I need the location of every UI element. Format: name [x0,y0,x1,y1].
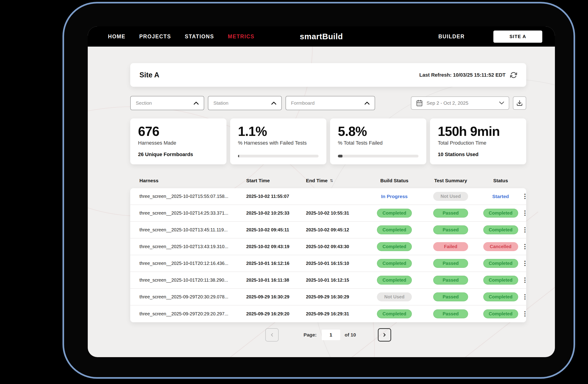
stat-subtext: 26 Unique Formboards [138,151,219,158]
row-menu-icon[interactable]: ⋮ [522,210,526,216]
test-summary-badge: Passed [433,209,468,218]
refresh-icon [510,72,517,79]
row-menu-icon[interactable]: ⋮ [522,294,526,300]
end-time: 2025-10-02 09:43:30 [306,244,367,249]
test-summary-badge: Passed [433,292,468,301]
build-status-badge: Completed [377,259,412,268]
build-status-badge: Completed [377,209,412,218]
page-label: Page: [303,332,316,338]
col-header-end-time[interactable]: End Time ⇅ [306,178,367,183]
last-refresh-text: Last Refresh: 10/03/25 15:11:52 EDT [420,72,505,78]
stat-subtext: 10 Stations Used [438,151,518,158]
section-filter-label: Section [136,100,152,106]
table-row: three_screen__2025-10-02T15:55:07.158...… [130,188,526,205]
nav-item-home[interactable]: HOME [108,34,126,40]
start-time: 2025-09-29 16:30:29 [246,294,306,300]
stat-card-failed-harness-pct: 1.1% % Harnesses with Failed Tests [230,119,326,164]
station-filter-label: Station [213,100,228,106]
row-menu-icon[interactable]: ⋮ [522,193,526,200]
stat-value: 1.1% [238,124,318,139]
date-range-picker[interactable]: Sep 2 - Oct 2, 2025 [411,96,509,110]
nav-item-metrics[interactable]: METRICS [228,34,254,40]
download-button[interactable] [513,96,526,110]
nav-item-projects[interactable]: PROJECTS [139,34,171,40]
build-status-badge: In Progress [381,192,408,201]
stats-row: 676 Harnesses Made 26 Unique Formboards … [130,119,526,164]
nav-item-stations[interactable]: STATIONS [185,34,214,40]
build-status-badge: Completed [377,225,412,234]
row-menu-icon[interactable]: ⋮ [522,243,526,250]
stat-card-production-time: 150h 9min Total Production Time 10 Stati… [430,119,526,164]
row-menu-icon[interactable]: ⋮ [522,311,526,317]
end-time: 2025-09-29 16:30:29 [306,294,367,300]
chevron-down-icon [499,101,504,105]
start-time: 2025-10-02 09:45:11 [246,227,306,233]
table-row: three_screen__2025-09-29T20:30:29.078...… [130,289,526,305]
calendar-icon [416,100,423,106]
formboard-filter-dropdown[interactable]: Formboard [286,96,375,110]
nav-item-builder[interactable]: BUILDER [438,34,465,40]
table-row: three_screen__2025-10-02T13:45:11.119...… [130,222,526,239]
progress-fill [338,155,342,158]
stat-value: 150h 9min [438,124,518,139]
stat-value: 676 [138,124,219,139]
harness-name: three_screen__2025-09-29T20:29:20.297... [139,311,246,317]
status-badge: Completed [483,259,518,268]
status-badge: Cancelled [483,242,518,251]
app-screen: HOME PROJECTS STATIONS METRICS smartBuil… [88,26,555,357]
status-badge: Completed [483,209,518,218]
sort-icon: ⇅ [330,178,333,183]
test-summary-badge: Passed [433,225,468,234]
stat-label: Harnesses Made [138,140,219,146]
page-title: Site A [139,71,159,79]
stat-label: Total Production Time [438,140,518,146]
row-menu-icon[interactable]: ⋮ [522,260,526,266]
build-status-badge: Completed [377,276,412,285]
test-summary-badge: Passed [433,259,468,268]
site-select-button[interactable]: SITE A [493,31,542,43]
nav-right: BUILDER SITE A [438,31,542,43]
col-header-harness: Harness [139,178,246,183]
start-time: 2025-10-01 16:12:16 [246,261,306,266]
download-icon [516,100,523,106]
start-time: 2025-10-02 09:43:19 [246,244,306,249]
harness-name: three_screen__2025-10-01T20:12:16.436... [139,261,246,266]
page-input[interactable] [322,330,340,340]
harness-name: three_screen__2025-10-02T13:45:11.119... [139,227,246,233]
harness-name: three_screen__2025-10-02T13:43:19.310... [139,244,246,249]
test-summary-badge: Failed [433,242,468,251]
row-menu-icon[interactable]: ⋮ [522,227,526,233]
end-time: 2025-10-02 10:55:31 [306,210,367,216]
start-time: 2025-09-29 16:29:20 [246,311,306,317]
next-page-button[interactable] [378,328,391,342]
test-summary-badge: Passed [433,309,468,318]
end-time: 2025-10-02 09:45:12 [306,227,367,233]
build-status-badge: Completed [377,242,412,251]
table-row: three_screen__2025-10-01T20:11:38.290...… [130,272,526,289]
pagination: Page: of 10 [130,328,526,342]
progress-bar [238,155,318,158]
stat-value: 5.8% [338,124,419,139]
stat-label: % Total Tests Failed [338,140,419,146]
row-menu-icon[interactable]: ⋮ [522,277,526,283]
chevron-up-icon [364,101,370,105]
formboard-filter-label: Formboard [291,100,315,106]
harness-name: three_screen__2025-10-02T14:25:33.371... [139,210,246,216]
col-header-end-time-label: End Time [306,178,328,183]
start-time: 2025-10-01 16:11:38 [246,278,306,283]
station-filter-dropdown[interactable]: Station [208,96,282,110]
col-header-status: Status [479,178,522,183]
start-time: 2025-10-02 10:25:33 [246,210,306,216]
col-header-test-summary: Test Summary [422,178,479,183]
refresh-button[interactable] [510,72,517,79]
table-row: three_screen__2025-10-02T13:43:19.310...… [130,239,526,255]
section-filter-dropdown[interactable]: Section [130,96,204,110]
top-navbar: HOME PROJECTS STATIONS METRICS smartBuil… [88,26,555,47]
col-header-build-status: Build Status [367,178,422,183]
harness-name: three_screen__2025-10-02T15:55:07.158... [139,194,246,199]
chevron-up-icon [194,101,199,105]
end-time: 2025-10-01 16:12:15 [306,278,367,283]
chevron-up-icon [271,101,276,105]
previous-page-button[interactable] [265,328,279,342]
refresh-area: Last Refresh: 10/03/25 15:11:52 EDT [420,72,517,79]
